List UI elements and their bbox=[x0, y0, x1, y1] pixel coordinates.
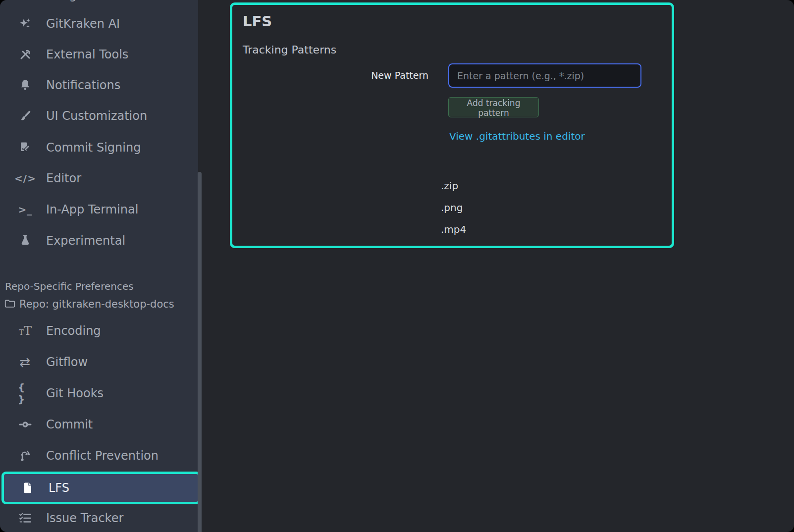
sidebar-item-label: LFS bbox=[49, 474, 69, 502]
repo-name-label: Repo: gitkraken-desktop-docs bbox=[19, 298, 174, 310]
sidebar-item-label: Issue Tracker bbox=[46, 503, 123, 532]
flask-icon bbox=[18, 225, 33, 256]
sidebar-item-label: Commit Signing bbox=[46, 132, 141, 163]
sidebar-item-label: UI Customization bbox=[46, 101, 147, 131]
sidebar-item-external-tools[interactable]: External Tools bbox=[0, 39, 198, 70]
sidebar-item-label: In-App Terminal bbox=[46, 194, 138, 225]
sidebar-item-label: External Tools bbox=[46, 39, 128, 70]
sidebar-item-commit[interactable]: Commit bbox=[0, 409, 198, 440]
repo-name-row: Repo: gitkraken-desktop-docs bbox=[4, 297, 174, 311]
document-pencil-icon bbox=[18, 132, 33, 163]
branch-warning-icon bbox=[18, 440, 33, 471]
gitkraken-preferences-window: Integrations GitKraken AI External T bbox=[0, 0, 794, 532]
sidebar-item-label: Editor bbox=[46, 163, 81, 194]
sidebar-item-label: Git Hooks bbox=[46, 378, 104, 409]
sidebar-item-commit-signing[interactable]: Commit Signing bbox=[0, 132, 198, 163]
annotation-box-lfs-sidebar-item: LFS bbox=[1, 472, 198, 504]
add-tracking-pattern-button[interactable]: Add tracking pattern bbox=[448, 97, 539, 117]
sidebar-item-gitkraken-ai[interactable]: GitKraken AI bbox=[0, 8, 198, 39]
page-title: LFS bbox=[243, 13, 272, 30]
sidebar-item-ui-customization[interactable]: UI Customization bbox=[0, 101, 198, 131]
folder-icon bbox=[4, 297, 16, 311]
sidebar-item-label: Gitflow bbox=[46, 347, 88, 377]
code-icon: </> bbox=[18, 163, 33, 194]
gitflow-arrows-icon: ⇄ bbox=[18, 347, 33, 377]
tools-icon bbox=[18, 39, 33, 70]
repo-specific-section-header: Repo-Specific Preferences bbox=[5, 280, 134, 292]
sparkles-icon bbox=[18, 8, 33, 39]
sidebar-item-editor[interactable]: </> Editor bbox=[0, 163, 198, 194]
new-pattern-input[interactable] bbox=[448, 63, 641, 88]
sidebar-item-lfs[interactable]: LFS bbox=[4, 474, 198, 502]
sidebar-item-label: Conflict Prevention bbox=[46, 440, 159, 471]
sidebar-item-gitflow[interactable]: ⇄ Gitflow bbox=[0, 347, 198, 377]
tracked-pattern-mp4: .mp4 bbox=[441, 223, 466, 235]
tracking-patterns-heading: Tracking Patterns bbox=[243, 44, 336, 56]
sidebar-scrollbar-thumb[interactable] bbox=[198, 172, 202, 532]
sidebar-item-notifications[interactable]: Notifications bbox=[0, 70, 198, 101]
sidebar-item-encoding[interactable]: TT Encoding bbox=[0, 316, 198, 346]
terminal-icon: >_ bbox=[18, 194, 33, 225]
sidebar-item-in-app-terminal[interactable]: >_ In-App Terminal bbox=[0, 194, 198, 225]
tracked-pattern-png: .png bbox=[441, 202, 463, 213]
sidebar-item-issue-tracker[interactable]: Issue Tracker bbox=[0, 503, 198, 532]
sidebar-item-label: Notifications bbox=[46, 70, 120, 101]
sidebar-item-label: GitKraken AI bbox=[46, 8, 120, 39]
preferences-sidebar: Integrations GitKraken AI External T bbox=[0, 0, 198, 532]
sidebar-item-experimental[interactable]: Experimental bbox=[0, 225, 198, 256]
checklist-icon bbox=[18, 503, 33, 532]
sidebar-item-label: Encoding bbox=[46, 316, 101, 346]
sidebar-item-label: Experimental bbox=[46, 225, 125, 256]
sidebar-item-label: Commit bbox=[46, 409, 93, 440]
bell-icon bbox=[18, 70, 33, 101]
braces-icon: { } bbox=[18, 378, 33, 409]
new-pattern-label: New Pattern bbox=[317, 70, 428, 81]
encoding-icon: TT bbox=[18, 316, 33, 346]
view-gitattributes-link[interactable]: View .gitattributes in editor bbox=[449, 130, 585, 142]
file-icon bbox=[20, 474, 35, 502]
commit-node-icon bbox=[18, 409, 33, 440]
paintbrush-icon bbox=[18, 101, 33, 131]
sidebar-item-conflict-prevention[interactable]: Conflict Prevention bbox=[0, 440, 198, 471]
tracked-pattern-zip: .zip bbox=[441, 180, 458, 192]
sidebar-item-git-hooks[interactable]: { } Git Hooks bbox=[0, 378, 198, 409]
